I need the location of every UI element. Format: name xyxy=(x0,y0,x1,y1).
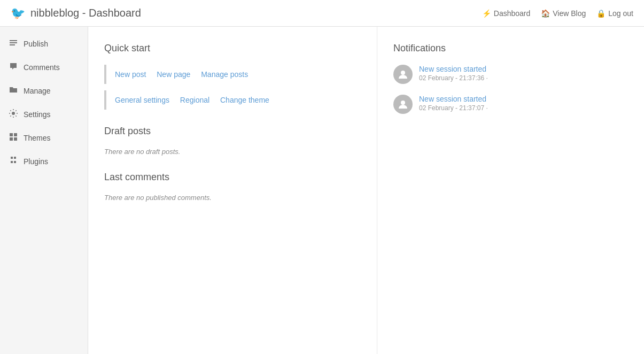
new-page-link[interactable]: New page xyxy=(157,70,190,79)
change-theme-link[interactable]: Change theme xyxy=(220,96,269,104)
notifications-area: Notifications New session started 02 Feb… xyxy=(377,27,644,354)
logo-icon: 🐦 xyxy=(11,6,25,20)
view-blog-icon: 🏠 xyxy=(541,9,550,18)
sidebar-item-themes-label: Themes xyxy=(24,134,51,142)
nav-dashboard[interactable]: ⚡ Dashboard xyxy=(482,9,531,18)
main-content: Quick start New post New page Manage pos… xyxy=(88,27,644,354)
notification-avatar-2 xyxy=(393,95,413,114)
nav-log-out-label: Log out xyxy=(608,9,633,18)
last-comments-title: Last comments xyxy=(104,172,361,183)
sidebar: Publish Comments Manage Settings Themes xyxy=(0,27,88,354)
svg-rect-5 xyxy=(14,133,17,136)
svg-point-3 xyxy=(12,112,15,115)
layout: Publish Comments Manage Settings Themes xyxy=(0,27,644,354)
notification-content-1: New session started 02 February - 21:37:… xyxy=(419,65,488,82)
header: 🐦 nibbleblog - Dashboard ⚡ Dashboard 🏠 V… xyxy=(0,0,644,27)
log-out-icon: 🔒 xyxy=(596,9,606,18)
sidebar-item-publish-label: Publish xyxy=(24,40,48,48)
settings-icon xyxy=(9,109,18,120)
notification-item-2: New session started 02 February - 21:37:… xyxy=(393,95,628,114)
draft-posts-empty: There are no draft posts. xyxy=(104,148,361,156)
notification-content-2: New session started 02 February - 21:37:… xyxy=(419,95,488,112)
svg-rect-1 xyxy=(10,42,17,43)
header-logo: 🐦 nibbleblog - Dashboard xyxy=(11,6,141,20)
regional-link[interactable]: Regional xyxy=(180,96,210,104)
nav-dashboard-label: Dashboard xyxy=(494,9,531,18)
header-nav: ⚡ Dashboard 🏠 View Blog 🔒 Log out xyxy=(482,9,633,18)
quick-start-title: Quick start xyxy=(104,43,361,54)
notification-avatar-1 xyxy=(393,65,413,84)
nav-view-blog-label: View Blog xyxy=(553,9,586,18)
last-comments-empty: There are no published comments. xyxy=(104,194,361,202)
svg-rect-0 xyxy=(10,40,17,41)
manage-posts-link[interactable]: Manage posts xyxy=(201,70,248,79)
sidebar-item-manage-label: Manage xyxy=(24,87,51,95)
sidebar-item-comments-label: Comments xyxy=(24,63,60,72)
svg-point-9 xyxy=(401,101,405,105)
sidebar-item-themes[interactable]: Themes xyxy=(0,126,88,150)
general-settings-link[interactable]: General settings xyxy=(115,96,169,104)
sidebar-item-settings[interactable]: Settings xyxy=(0,103,88,126)
nav-log-out[interactable]: 🔒 Log out xyxy=(596,9,633,18)
last-comments-section: Last comments There are no published com… xyxy=(104,172,361,202)
notification-time-1: 02 February - 21:37:36 · xyxy=(419,74,488,82)
sidebar-item-comments[interactable]: Comments xyxy=(0,56,88,79)
sidebar-item-settings-label: Settings xyxy=(24,110,51,119)
draft-posts-title: Draft posts xyxy=(104,126,361,137)
sidebar-item-plugins-label: Plugins xyxy=(24,157,48,166)
content-area: Quick start New post New page Manage pos… xyxy=(88,27,377,354)
notification-item-1: New session started 02 February - 21:37:… xyxy=(393,65,628,84)
plugins-icon xyxy=(9,156,18,167)
comments-icon xyxy=(9,62,18,73)
notification-link-1[interactable]: New session started xyxy=(419,65,488,73)
new-post-link[interactable]: New post xyxy=(115,70,146,79)
svg-rect-4 xyxy=(10,133,13,136)
quick-start-links-row1: New post New page Manage posts xyxy=(104,65,361,84)
svg-rect-7 xyxy=(14,137,17,141)
dashboard-icon: ⚡ xyxy=(482,9,491,18)
sidebar-item-manage[interactable]: Manage xyxy=(0,79,88,103)
sidebar-item-plugins[interactable]: Plugins xyxy=(0,150,88,173)
themes-icon xyxy=(9,133,18,143)
sidebar-item-publish[interactable]: Publish xyxy=(0,32,88,56)
nav-view-blog[interactable]: 🏠 View Blog xyxy=(541,9,586,18)
draft-posts-section: Draft posts There are no draft posts. xyxy=(104,126,361,156)
quick-start-section: Quick start New post New page Manage pos… xyxy=(104,43,361,110)
quick-start-links-row2: General settings Regional Change theme xyxy=(104,90,361,110)
notification-time-2: 02 February - 21:37:07 · xyxy=(419,104,488,112)
svg-rect-6 xyxy=(10,137,13,141)
notifications-title: Notifications xyxy=(393,43,628,54)
manage-icon xyxy=(9,86,18,96)
svg-point-8 xyxy=(401,71,405,75)
notification-link-2[interactable]: New session started xyxy=(419,95,488,103)
header-title: nibbleblog - Dashboard xyxy=(30,7,141,19)
svg-rect-2 xyxy=(10,44,15,45)
publish-icon xyxy=(9,39,18,49)
